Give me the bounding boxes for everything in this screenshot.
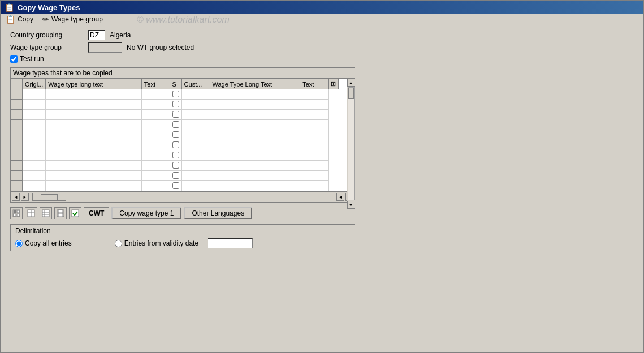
svg-rect-2 xyxy=(17,210,19,213)
radio-row: Copy all entries Entries from validity d… xyxy=(15,238,350,248)
scroll-down-button[interactable]: ▼ xyxy=(347,201,355,209)
table-row xyxy=(11,150,339,161)
svg-rect-13 xyxy=(58,210,63,213)
scroll-track xyxy=(348,87,355,200)
copy-toolbar-item[interactable]: 📋 Copy xyxy=(6,15,33,24)
main-content: Country grouping Algeria Wage type group… xyxy=(1,25,643,256)
table-row xyxy=(11,140,339,150)
country-grouping-name: Algeria xyxy=(110,31,131,39)
h-scroll-left2-button[interactable]: ◄ xyxy=(336,193,344,201)
svg-rect-3 xyxy=(14,214,16,216)
data-table: Origi... Wage type long text Text S Cust… xyxy=(11,79,339,191)
cwt-button[interactable]: CWT xyxy=(84,207,109,219)
title-icon: 📋 xyxy=(5,3,14,12)
col-header-orig: Origi... xyxy=(22,79,45,89)
wage-types-table-container: Wage types that are to be copied Origi..… xyxy=(10,67,355,203)
svg-rect-15 xyxy=(72,210,79,217)
col-header-s: S xyxy=(170,79,181,89)
tool-btn-1[interactable] xyxy=(10,207,23,219)
h-scroll-thumb[interactable] xyxy=(41,194,58,201)
tool-btn-2[interactable] xyxy=(25,207,37,219)
delimitation-title: Delimitation xyxy=(15,227,350,235)
test-run-checkbox[interactable] xyxy=(10,55,18,63)
copy-icon: 📋 xyxy=(6,15,15,24)
watermark: © www.tutorialkart.com xyxy=(137,15,230,25)
table-row xyxy=(11,161,339,171)
copy-toolbar-label: Copy xyxy=(18,15,33,23)
table-row xyxy=(11,171,339,181)
svg-rect-14 xyxy=(58,213,63,217)
table-row xyxy=(11,100,339,110)
copy-wage-type-button[interactable]: Copy wage type 1 xyxy=(111,207,181,219)
h-scroll-indicator xyxy=(32,193,66,201)
validity-radio-item: Entries from validity date xyxy=(115,239,198,247)
h-scroll-left-buttons: ◄ ► xyxy=(12,193,68,201)
col-header-settings[interactable]: ⊞ xyxy=(328,79,338,89)
wage-type-group-toolbar-label: Wage type group xyxy=(51,15,103,23)
validity-radio[interactable] xyxy=(115,240,122,247)
validity-date-input[interactable] xyxy=(208,238,253,248)
col-header-long-text2: Wage Type Long Text xyxy=(210,79,300,89)
svg-rect-8 xyxy=(42,210,49,217)
table-row xyxy=(11,120,339,130)
copy-all-radio[interactable] xyxy=(15,240,23,247)
delimitation-box: Delimitation Copy all entries Entries fr… xyxy=(10,224,355,251)
other-languages-button[interactable]: Other Languages xyxy=(184,207,252,219)
main-toolbar: 📋 Copy ✏ Wage type group © www.tutorialk… xyxy=(1,14,643,25)
test-run-row: Test run xyxy=(10,55,634,63)
scroll-up-button[interactable]: ▲ xyxy=(347,79,355,87)
col-header-cust: Cust... xyxy=(181,79,210,89)
copy-all-label: Copy all entries xyxy=(25,239,72,247)
table-title: Wage types that are to be copied xyxy=(11,68,355,79)
wage-type-group-row: Wage type group No WT group selected xyxy=(10,42,634,53)
pencil-icon: ✏ xyxy=(42,15,49,24)
table-grid-wrapper: Origi... Wage type long text Text S Cust… xyxy=(11,79,355,191)
h-scroll-left-button[interactable]: ◄ xyxy=(12,193,20,201)
table-row xyxy=(11,181,339,191)
h-scroll-right-button[interactable]: ► xyxy=(21,193,29,201)
wage-type-group-toolbar-item[interactable]: ✏ Wage type group xyxy=(42,15,103,24)
table-footer: ◄ ► ◄ ► xyxy=(11,191,355,202)
wage-type-group-label: Wage type group xyxy=(10,44,84,51)
col-header-text: Text xyxy=(141,79,170,89)
copy-all-radio-item: Copy all entries xyxy=(15,239,72,247)
tool-btn-check[interactable] xyxy=(69,207,81,219)
tool-btn-4[interactable] xyxy=(54,207,67,219)
bottom-toolbar: CWT Copy wage type 1 Other Languages xyxy=(10,207,634,219)
scroll-thumb[interactable] xyxy=(348,88,354,99)
country-grouping-input[interactable] xyxy=(88,30,105,40)
tool-btn-3[interactable] xyxy=(40,207,52,219)
table-row xyxy=(11,110,339,120)
country-grouping-row: Country grouping Algeria xyxy=(10,30,634,40)
svg-rect-4 xyxy=(17,214,19,216)
col-header-row-num xyxy=(11,79,23,89)
wage-type-group-input[interactable] xyxy=(88,42,122,53)
table-row xyxy=(11,89,339,100)
table-row xyxy=(11,130,339,140)
test-run-label: Test run xyxy=(20,55,44,63)
vertical-scrollbar: ▲ ▼ xyxy=(347,79,355,209)
col-header-long-text: Wage type long text xyxy=(46,79,141,89)
window-title: Copy Wage Types xyxy=(18,3,80,12)
col-header-text2: Text xyxy=(300,79,329,89)
svg-rect-1 xyxy=(14,210,16,213)
validity-label: Entries from validity date xyxy=(124,239,198,247)
country-grouping-label: Country grouping xyxy=(10,31,84,39)
main-window: 📋 Copy Wage Types 📋 Copy ✏ Wage type gro… xyxy=(0,0,644,353)
wage-type-group-text: No WT group selected xyxy=(127,44,194,51)
title-bar: 📋 Copy Wage Types xyxy=(1,1,643,14)
